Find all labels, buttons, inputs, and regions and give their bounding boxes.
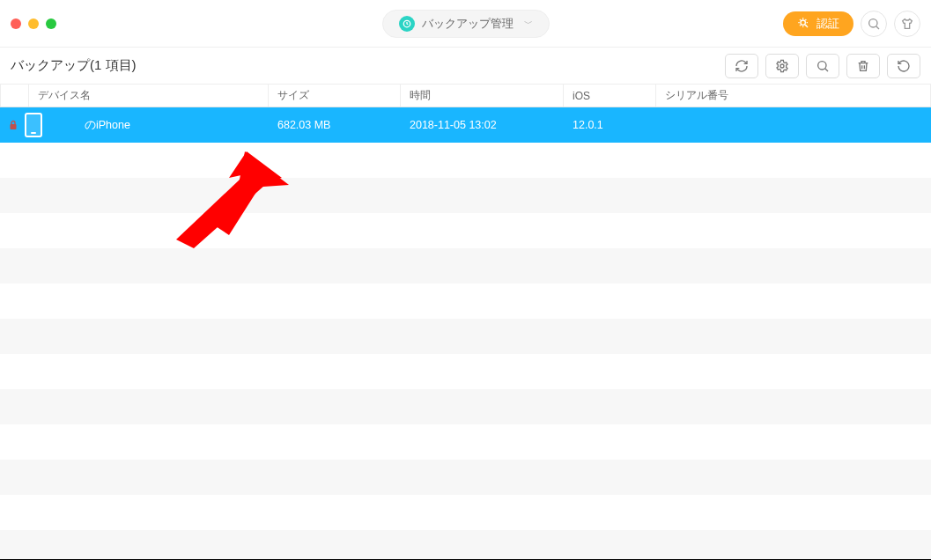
cell-ios: 12.0.1 (564, 119, 656, 131)
close-window-button[interactable] (11, 18, 21, 29)
app-window: バックアップ管理 ﹀ 認証 バックアップ(1 項目) (0, 0, 931, 560)
gear-icon (775, 59, 789, 73)
table-row (0, 319, 931, 354)
device-name: のiPhone (85, 118, 130, 133)
refresh-icon (735, 59, 749, 73)
settings-button[interactable] (765, 54, 799, 78)
cell-size: 682.03 MB (269, 119, 401, 131)
svg-point-2 (869, 18, 877, 26)
table-row (0, 495, 931, 530)
delete-button[interactable] (846, 54, 880, 78)
titlebar: バックアップ管理 ﹀ 認証 (0, 0, 931, 48)
table-header: デバイス名 サイズ 時間 iOS シリアル番号 (0, 85, 931, 107)
table-row (0, 354, 931, 389)
window-controls (11, 18, 56, 29)
search-list-button[interactable] (806, 54, 839, 78)
th-ios[interactable]: iOS (564, 85, 656, 107)
table-row (0, 178, 931, 213)
subheader: バックアップ(1 項目) (0, 48, 931, 85)
sun-search-icon (797, 17, 811, 31)
lock-icon (9, 119, 18, 131)
th-size[interactable]: サイズ (269, 85, 401, 107)
shirt-icon (900, 17, 914, 31)
th-spacer (0, 85, 29, 107)
table-row (0, 213, 931, 248)
trash-icon (856, 59, 870, 73)
svg-point-3 (780, 64, 784, 68)
table-row (0, 530, 931, 560)
zoom-window-button[interactable] (46, 18, 56, 29)
search-icon (867, 17, 881, 31)
titlebar-center: バックアップ管理 ﹀ (382, 10, 550, 38)
chevron-down-icon: ﹀ (524, 18, 533, 30)
svg-rect-5 (11, 124, 17, 129)
cell-device: のiPhone (0, 113, 269, 137)
clock-icon (399, 16, 415, 32)
table-row[interactable]: のiPhone 682.03 MB 2018-11-05 13:02 12.0.… (0, 107, 931, 143)
auth-label: 認証 (816, 16, 839, 32)
table-row (0, 248, 931, 284)
table-row (0, 424, 931, 460)
refresh-button[interactable] (725, 54, 758, 78)
cell-time: 2018-11-05 13:02 (401, 119, 564, 131)
phone-icon (25, 113, 42, 137)
table-row (0, 284, 931, 319)
search-button[interactable] (861, 11, 887, 37)
table-row (0, 389, 931, 424)
page-title: バックアップ(1 項目) (11, 57, 137, 74)
search-icon (816, 59, 830, 73)
restore-button[interactable] (887, 54, 920, 78)
titlebar-right: 認証 (783, 11, 920, 37)
backup-manage-dropdown[interactable]: バックアップ管理 ﹀ (382, 10, 550, 38)
store-button[interactable] (894, 11, 920, 37)
th-serial[interactable]: シリアル番号 (656, 85, 931, 107)
th-device[interactable]: デバイス名 (29, 85, 269, 107)
backup-manage-label: バックアップ管理 (422, 16, 514, 32)
auth-button[interactable]: 認証 (783, 11, 853, 36)
th-time[interactable]: 時間 (401, 85, 564, 107)
toolbar (725, 54, 920, 78)
svg-point-1 (801, 20, 805, 25)
table-row (0, 143, 931, 178)
table-row (0, 460, 931, 495)
svg-point-4 (818, 61, 826, 69)
minimize-window-button[interactable] (28, 18, 39, 29)
table-body: のiPhone 682.03 MB 2018-11-05 13:02 12.0.… (0, 107, 931, 560)
undo-icon (897, 59, 911, 73)
